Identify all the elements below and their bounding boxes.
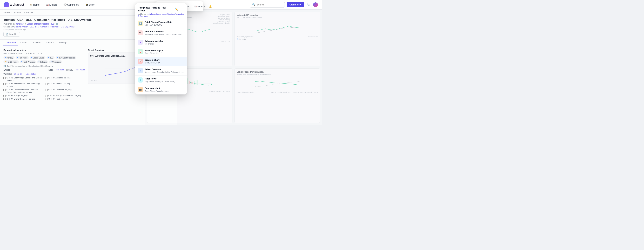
nav-community[interactable]: 💬 Community: [62, 3, 81, 7]
pipeline-link[interactable]: pipeline Inflation - USA - BLS - Consume…: [14, 26, 76, 28]
template-popup[interactable]: Template: Porfolio Tear Sheet ✏️ ⋯ publi…: [135, 3, 187, 95]
filter-values-link[interactable]: Filter values: [75, 69, 85, 71]
var-checkbox-7[interactable]: [45, 89, 48, 91]
var-checkbox-0[interactable]: [4, 77, 6, 79]
chart-industrial: Industrial Production 2011 = 100. Season…: [234, 11, 320, 66]
tag-bls: BLS: [46, 56, 54, 59]
breadcrumb-inflation[interactable]: Inflation: [14, 11, 21, 14]
tip-row: ℹ️ Tip: Filters are applied on Download …: [4, 65, 85, 67]
var-checkbox-5[interactable]: [45, 77, 48, 79]
var-label-0: CPI - All Urban Wage Earners and Clerica…: [6, 77, 43, 82]
unselect-all-link[interactable]: Unselect all: [26, 73, 36, 75]
nav-home[interactable]: 🏠 Home: [28, 3, 41, 7]
select-cols-body: Select Columns Annual return, Annual vol…: [144, 68, 184, 74]
country-label: country: [66, 69, 73, 71]
template-actions: ✏️ ⋯: [174, 7, 184, 11]
fetch-yahoo-body: Fetch Yahoo Finance Data MSFT, AAPL, GOO…: [144, 21, 184, 26]
var-checkbox-1[interactable]: [4, 83, 6, 85]
var-item-4: CPI - U: Energy Services - sa_orig: [4, 98, 43, 100]
attachment-icon[interactable]: 📎: [306, 2, 311, 7]
checkbox-row-4: CPI - U: Energy - sa_orig CPI - U: Energ…: [4, 94, 85, 97]
tab-versions[interactable]: Versions: [43, 40, 56, 46]
markdown-desc: # Create a Portfolio Backtesting Tear-Sh…: [144, 33, 184, 36]
template-item-portfolio[interactable]: 📊 Portfolio Analysis [Date, Ticker, High…: [135, 47, 187, 57]
svg-rect-13: [194, 81, 195, 85]
filter-dates-link[interactable]: Filter dates: [55, 69, 64, 71]
template-item-markdown[interactable]: M↓ Add markdown text # Create a Portfoli…: [135, 28, 187, 38]
template-more-button[interactable]: ⋯: [180, 7, 184, 11]
chart-industrial-sub: 2011 = 100. Seasonally Adjusted: [237, 17, 262, 19]
tag-bos: Bureau of Statistics: [56, 56, 76, 59]
create-chart-icon: 📈: [138, 59, 143, 64]
nav-right: 🔍 Create new 📎: [250, 2, 318, 7]
svg-rect-12: [192, 82, 193, 84]
search-bar-bg[interactable]: 🔍: [250, 2, 285, 7]
create-chart-title: Create a chart: [144, 59, 184, 61]
tag-northam: North America: [20, 60, 36, 63]
avatar[interactable]: [313, 2, 318, 7]
template-edit-button[interactable]: ✏️: [174, 7, 179, 11]
interactive-checkbox-1[interactable]: [237, 38, 238, 40]
checkbox-row-1: CPI - All Urban Wage Earners and Clerica…: [4, 77, 85, 82]
sync-button[interactable]: 🔄 Sync N...: [4, 32, 20, 37]
portfolio-desc: [Date, Ticker, High...]: [144, 52, 184, 55]
sync-icon: 🔄: [6, 33, 8, 35]
np-bell-button[interactable]: 🔔: [208, 4, 213, 9]
tab-charts[interactable]: Charts: [18, 40, 30, 46]
template-item-filter-rows[interactable]: ⊟ Filter Rows if(@'Annual volatility'>0,…: [135, 76, 187, 85]
markdown-body: Add markdown text # Create a Portfolio B…: [144, 30, 184, 36]
template-item-fetch-yahoo[interactable]: ⬇️ Fetch Yahoo Finance Data MSFT, AAPL, …: [135, 19, 187, 28]
breadcrumb-consumer[interactable]: Consumer: [24, 11, 34, 14]
nav-left: alphacast 🏠 Home 📖 Explore 💬 Community 🎓: [4, 2, 96, 7]
markdown-title: Add markdown text: [144, 30, 184, 33]
nav-explore[interactable]: 📖 Explore: [44, 3, 58, 7]
tag-us: United States: [30, 56, 46, 59]
var-checkbox-9[interactable]: [45, 98, 48, 100]
portfolio-body: Portfolio Analysis [Date, Ticker, High..…: [144, 49, 184, 55]
labor-chart-svg: [237, 76, 318, 90]
search-input-bg[interactable]: [257, 3, 282, 6]
var-label-8: CPI - U: Energy Commodities - sa_orig: [48, 94, 81, 97]
snapshot-body: Data snapshot [Date, Ticker, Annual retu…: [144, 87, 184, 92]
checkbox-row-5: CPI - U: Energy Services - sa_orig CPI -…: [4, 98, 85, 100]
logo-text: alphacast: [10, 3, 24, 6]
tab-settings[interactable]: Settings: [56, 40, 70, 46]
entities-row: Entities Date Filter dates country Filte…: [4, 69, 85, 71]
template-title-row: Template: Porfolio Tear Sheet ✏️ ⋯: [138, 6, 184, 12]
create-new-button[interactable]: Create new: [287, 2, 304, 7]
np-explore-link[interactable]: 📖 Explore: [192, 4, 207, 8]
tab-overview[interactable]: Overview: [4, 40, 18, 46]
chart-labor-sub: As Percentage of the Working Age Populat…: [237, 74, 318, 75]
create-chart-body: Create a chart [Date, Ticker, High...]: [144, 59, 184, 64]
template-item-snapshot[interactable]: 📷 Data snapshot [Date, Ticker, Annual re…: [135, 85, 187, 95]
publisher-link[interactable]: aphacast: [16, 23, 24, 25]
var-item-9: CPI - U: Food - sa_orig: [45, 98, 85, 100]
var-checkbox-3[interactable]: [4, 95, 6, 97]
tag-50years: > 50 years: [16, 56, 29, 59]
var-checkbox-4[interactable]: [4, 98, 6, 100]
var-checkbox-6[interactable]: [45, 83, 48, 85]
template-item-select-cols[interactable]: ⊟ Select Columns Annual return, Annual v…: [135, 66, 187, 76]
portfolio-title: Portfolio Analysis: [144, 49, 184, 52]
var-checkbox-8[interactable]: [45, 95, 48, 97]
checkbox-row-2: CPI - U: All Items Less Food and Energy …: [4, 83, 85, 88]
org-link[interactable]: Bureau of labor statistics (BLS): [27, 23, 55, 25]
template-org-link[interactable]: Alphacast / Alphacast Pipelines Template…: [138, 13, 184, 17]
tab-pipelines[interactable]: Pipelines: [30, 40, 43, 46]
search-icon-bg: 🔍: [252, 3, 256, 6]
date-label: Date: [48, 69, 53, 71]
select-all-link[interactable]: Select all: [14, 73, 22, 75]
var-checkbox-2[interactable]: [4, 89, 6, 91]
template-item-create-chart[interactable]: 📈 Create a chart [Date, Ticker, High...]: [135, 57, 187, 66]
learn-icon: 🎓: [86, 3, 88, 6]
tag-monthly: Monthly: [4, 56, 14, 59]
np-explore-icon: 📖: [194, 5, 197, 8]
nav-learn[interactable]: 🎓 Learn: [84, 3, 96, 7]
var-item-8: CPI - U: Energy Commodities - sa_orig: [45, 94, 85, 97]
logo[interactable]: alphacast: [4, 2, 24, 7]
markdown-icon: M↓: [138, 30, 143, 35]
tags-row-2: 5 to 10 years North America Inflation Co…: [4, 60, 85, 63]
info-panel-title: Dataset Information: [4, 49, 85, 51]
template-item-calc[interactable]: ✕ Calculate variable pct_change: [135, 38, 187, 47]
breadcrumb-datasets[interactable]: Datasets: [4, 11, 12, 14]
